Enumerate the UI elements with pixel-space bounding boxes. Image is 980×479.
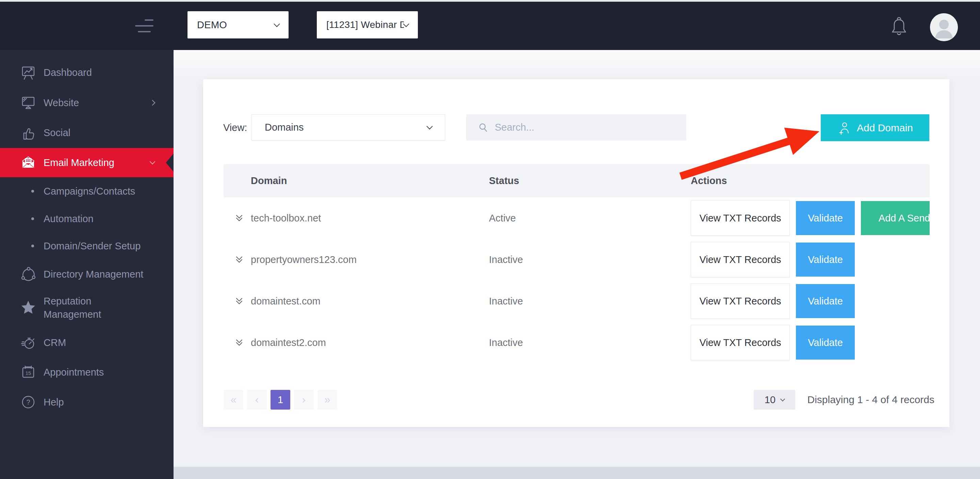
view-txt-records-button[interactable]: View TXT Records [691,283,790,319]
status-cell: Inactive [489,254,691,265]
expand-row-button[interactable] [224,337,251,348]
validate-button[interactable]: Validate [796,201,855,235]
add-a-sender-button[interactable]: Add A Sender [861,201,930,235]
account-selector-value: DEMO [197,19,227,30]
view-txt-records-button[interactable]: View TXT Records [691,201,790,236]
sidebar-item-directory-management[interactable]: Directory Management [0,259,173,289]
context-selector-dropdown[interactable]: [11231] Webinar D [317,11,418,38]
question-glyph: ? [26,398,30,406]
domain-cell: domaintest.com [251,296,489,307]
sidebar-subitem-label: Automation [43,213,94,224]
sidebar-item-reputation-management[interactable]: Reputation Management [0,286,173,329]
sidebar-item-dashboard[interactable]: Dashboard [0,57,173,88]
page-size-dropdown[interactable]: 10 [754,390,795,410]
sidebar-item-help[interactable]: ? Help [0,387,173,417]
share-network-icon [20,266,37,283]
search-input[interactable] [495,122,683,133]
sidebar-item-label: Website [43,96,79,110]
domain-cell: tech-toolbox.net [251,213,489,224]
sidebar-item-appointments[interactable]: 15 Appointments [0,357,173,387]
context-selector-value: [11231] Webinar D [326,19,404,30]
column-header-status: Status [489,175,691,186]
sidebar-item-website[interactable]: Website [0,88,173,118]
current-page-button[interactable]: 1 [270,390,290,410]
star-icon [20,299,37,317]
domain-cell: propertyowners123.com [251,254,489,265]
sidebar-item-label: Appointments [43,366,104,379]
user-avatar[interactable] [930,13,958,41]
sidebar-subitem-label: Domain/Sender Setup [43,240,140,252]
view-txt-records-button[interactable]: View TXT Records [691,242,790,277]
view-label: View: [223,114,247,141]
stopwatch-icon [20,334,37,351]
chevron-down-icon [150,159,156,165]
table-row: domaintest.com Inactive View TXT Records… [224,280,930,322]
chevron-down-icon [274,21,280,27]
pagination: « ‹ 1 › » [224,390,337,410]
table-row: propertyowners123.com Inactive View TXT … [224,239,930,280]
bullet-icon [31,217,34,220]
page-size-value: 10 [765,394,775,406]
chevron-down-icon [426,123,433,129]
sidebar-subitem-label: Campaigns/Contacts [43,186,135,197]
column-header-actions: Actions [691,175,930,186]
domain-cell: domaintest2.com [251,337,489,349]
view-txt-records-button[interactable]: View TXT Records [691,325,790,360]
double-chevron-down-icon [234,254,245,265]
view-type-dropdown[interactable]: Domains [251,114,445,140]
previous-page-button[interactable]: ‹ [247,390,267,410]
monitor-icon [20,94,37,111]
content-background [173,50,980,81]
first-page-button[interactable]: « [224,390,243,410]
sidebar-item-label: Directory Management [43,268,143,281]
status-cell: Inactive [489,337,691,349]
table-header-row: Domain Status Actions [224,164,930,197]
expand-row-button[interactable] [224,254,251,265]
sidebar-item-crm[interactable]: CRM [0,328,173,358]
validate-button[interactable]: Validate [796,326,855,360]
sidebar-item-label: Email Marketing [43,156,115,169]
question-circle-icon: ? [20,394,37,411]
chevron-right-icon [150,100,156,106]
next-page-button[interactable]: › [294,390,314,410]
double-chevron-down-icon [234,213,245,223]
sidebar-item-label: Help [43,396,64,409]
sidebar-item-campaigns-contacts[interactable]: Campaigns/Contacts [0,178,173,205]
bullet-icon [31,190,34,193]
search-box[interactable] [466,114,686,140]
bottom-strip [173,467,980,479]
envelope-icon [20,154,37,171]
search-icon [478,122,488,133]
double-chevron-down-icon [234,296,245,307]
sidebar-item-label: Reputation Management [43,294,146,321]
status-cell: Active [489,213,691,224]
expand-row-button[interactable] [224,296,251,307]
hamburger-menu-icon[interactable] [135,18,153,34]
domains-table: Domain Status Actions tech-toolbox.net A… [224,164,930,363]
validate-button[interactable]: Validate [796,243,855,277]
records-summary: Displaying 1 - 4 of 4 records [807,390,934,410]
bullet-icon [31,245,34,247]
notifications-bell-icon[interactable] [889,16,908,39]
account-selector-dropdown[interactable]: DEMO [188,11,288,38]
table-row: tech-toolbox.net Active View TXT Records… [224,197,930,239]
expand-row-button[interactable] [224,213,251,223]
add-domain-button[interactable]: Add Domain [821,114,929,141]
double-chevron-down-icon [234,337,245,348]
thumbs-up-icon [20,124,37,141]
sidebar-item-label: Dashboard [43,66,92,79]
sidebar-item-label: Social [43,126,70,140]
calendar-day-text: 15 [25,370,31,376]
sidebar-item-domain-sender-setup[interactable]: Domain/Sender Setup [0,232,173,259]
chevron-down-icon [780,397,785,401]
sidebar-item-social[interactable]: Social [0,118,173,148]
add-user-icon [837,121,851,135]
sidebar-item-automation[interactable]: Automation [0,205,173,232]
sidebar-item-email-marketing[interactable]: Email Marketing [0,148,173,177]
last-page-button[interactable]: » [318,390,337,410]
presentation-chart-icon [20,64,37,81]
view-type-value: Domains [265,122,304,133]
chevron-down-icon [403,21,409,27]
table-row: domaintest2.com Inactive View TXT Record… [224,322,930,363]
validate-button[interactable]: Validate [796,284,855,318]
